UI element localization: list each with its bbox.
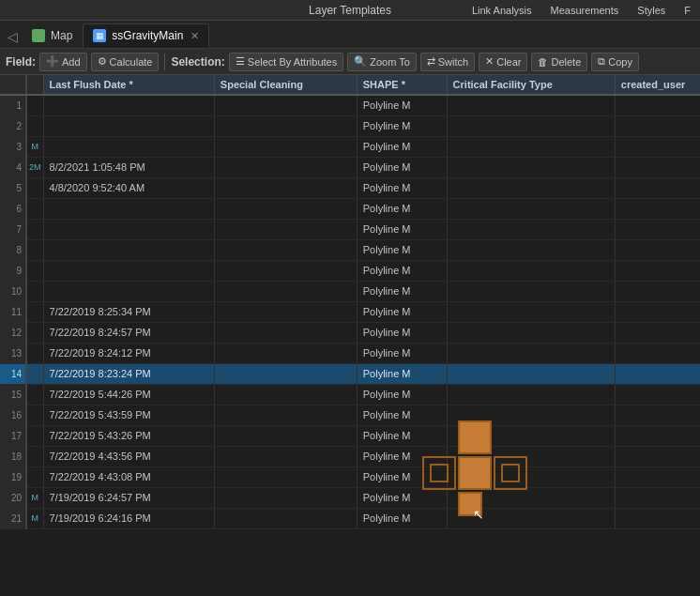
table-row[interactable]: 7 Polyline M xyxy=(0,219,700,239)
cell-marker: M xyxy=(26,508,43,528)
cell-shape: Polyline M xyxy=(357,301,447,322)
table-row[interactable]: 4 2M 8/2/2021 1:05:48 PM Polyline M xyxy=(0,157,700,177)
table-row[interactable]: 8 Polyline M xyxy=(0,239,700,260)
zoom-to-label: Zoom To xyxy=(370,56,410,68)
tab-map[interactable]: Map xyxy=(22,23,83,48)
cell-created-user xyxy=(615,115,700,136)
table-row[interactable]: 10 Polyline M xyxy=(0,281,700,301)
cell-critical-facility xyxy=(447,115,615,136)
cell-last-flush: 7/22/2019 8:24:12 PM xyxy=(43,343,214,363)
select-by-attributes-button[interactable]: ☰ Select By Attributes xyxy=(229,53,343,71)
data-table: Last Flush Date * Special Cleaning SHAPE… xyxy=(0,75,700,529)
header-last-flush[interactable]: Last Flush Date * xyxy=(43,75,214,95)
map-tab-label: Map xyxy=(51,29,72,42)
table-row[interactable]: 5 4/8/2020 9:52:40 AM Polyline M xyxy=(0,177,700,198)
table-row[interactable]: 3 M Polyline M xyxy=(0,136,700,157)
switch-button[interactable]: ⇄ Switch xyxy=(420,53,475,71)
popup-outline-right[interactable] xyxy=(494,456,527,490)
table-row[interactable]: 2 Polyline M xyxy=(0,115,700,136)
popup-solid-small[interactable]: ↖ xyxy=(458,492,482,516)
cell-last-flush: 7/22/2019 5:44:26 PM xyxy=(43,384,214,405)
styles-link[interactable]: Styles xyxy=(637,5,665,16)
cell-row-num: 8 xyxy=(0,239,26,260)
cell-row-num: 9 xyxy=(0,260,26,281)
calculate-button[interactable]: ⚙ Calculate xyxy=(91,53,160,71)
cell-special-cleaning xyxy=(214,95,357,115)
cell-last-flush: 7/22/2019 4:43:56 PM xyxy=(43,446,214,466)
delete-button[interactable]: 🗑 Delete xyxy=(531,53,587,71)
header-critical-facility[interactable]: Critical Facility Type xyxy=(447,75,615,95)
table-row[interactable]: 20 M 7/19/2019 6:24:57 PM Polyline M xyxy=(0,487,700,508)
cell-last-flush: 7/22/2019 8:25:34 PM xyxy=(43,301,214,322)
cell-last-flush xyxy=(43,95,214,115)
cell-special-cleaning xyxy=(214,219,357,239)
attribute-table: Last Flush Date * Special Cleaning SHAPE… xyxy=(0,75,700,596)
cell-critical-facility xyxy=(447,281,615,301)
cell-special-cleaning xyxy=(214,425,357,446)
cell-row-num: 4 xyxy=(0,157,26,177)
cell-shape: Polyline M xyxy=(357,95,447,115)
extra-link[interactable]: F xyxy=(684,5,691,16)
cell-marker: 2M xyxy=(26,157,43,177)
table-row[interactable]: 18 7/22/2019 4:43:56 PM Polyline M xyxy=(0,446,700,466)
select-attr-icon: ☰ xyxy=(236,55,245,68)
cell-special-cleaning xyxy=(214,260,357,281)
link-analysis-link[interactable]: Link Analysis xyxy=(472,5,532,16)
cell-special-cleaning xyxy=(214,136,357,157)
cell-row-num: 16 xyxy=(0,405,26,425)
tab-left-arrow[interactable]: ◁ xyxy=(8,29,18,44)
copy-button[interactable]: ⧉ Copy xyxy=(591,53,639,71)
cell-marker: M xyxy=(26,487,43,508)
table-row[interactable]: 13 7/22/2019 8:24:12 PM Polyline M xyxy=(0,343,700,363)
tab-bar: ◁ Map ▦ ssGravityMain ✕ xyxy=(0,21,700,49)
tab-close-button[interactable]: ✕ xyxy=(190,30,199,42)
zoom-to-button[interactable]: 🔍 Zoom To xyxy=(347,53,417,71)
header-special-cleaning[interactable]: Special Cleaning xyxy=(214,75,357,95)
popup-outline-left[interactable] xyxy=(422,456,456,490)
shape-selector-popup[interactable]: ↖ xyxy=(422,420,527,526)
header-row-num xyxy=(0,75,26,95)
clear-button[interactable]: ✕ Clear xyxy=(479,53,527,71)
field-label: Field: xyxy=(6,55,36,69)
cell-marker xyxy=(26,301,43,322)
table-row[interactable]: 6 Polyline M xyxy=(0,198,700,219)
cell-created-user xyxy=(615,508,700,528)
table-row[interactable]: 16 7/22/2019 5:43:59 PM Polyline M xyxy=(0,405,700,425)
cell-shape: Polyline M xyxy=(357,177,447,198)
table-row[interactable]: 17 7/22/2019 5:43:26 PM Polyline M xyxy=(0,425,700,446)
cell-special-cleaning xyxy=(214,239,357,260)
cell-critical-facility xyxy=(447,260,615,281)
cell-special-cleaning xyxy=(214,405,357,425)
cell-last-flush xyxy=(43,136,214,157)
table-row[interactable]: 12 7/22/2019 8:24:57 PM Polyline M xyxy=(0,322,700,343)
table-row[interactable]: 19 7/22/2019 4:43:08 PM Polyline M xyxy=(0,466,700,487)
cell-created-user xyxy=(615,95,700,115)
cell-shape: Polyline M xyxy=(357,363,447,384)
cell-shape: Polyline M xyxy=(357,239,447,260)
cell-marker xyxy=(26,95,43,115)
table-row[interactable]: 11 7/22/2019 8:25:34 PM Polyline M xyxy=(0,301,700,322)
popup-solid-1[interactable] xyxy=(458,420,492,454)
cell-marker xyxy=(26,219,43,239)
cell-last-flush: 4/8/2020 9:52:40 AM xyxy=(43,177,214,198)
cell-marker xyxy=(26,363,43,384)
table-row[interactable]: 15 7/22/2019 5:44:26 PM Polyline M xyxy=(0,384,700,405)
table-row[interactable]: 14 7/22/2019 8:23:24 PM Polyline M xyxy=(0,363,700,384)
measurements-link[interactable]: Measurements xyxy=(551,5,619,16)
cell-special-cleaning xyxy=(214,466,357,487)
popup-solid-2[interactable] xyxy=(458,456,492,490)
cell-created-user xyxy=(615,384,700,405)
cell-row-num: 3 xyxy=(0,136,26,157)
cell-last-flush xyxy=(43,219,214,239)
cell-last-flush: 7/22/2019 8:24:57 PM xyxy=(43,322,214,343)
header-created-user[interactable]: created_user xyxy=(615,75,700,95)
table-row[interactable]: 9 Polyline M xyxy=(0,260,700,281)
cell-row-num: 6 xyxy=(0,198,26,219)
table-row[interactable]: 21 M 7/19/2019 6:24:16 PM Polyline M xyxy=(0,508,700,528)
tab-ssgravitymain[interactable]: ▦ ssGravityMain ✕ xyxy=(83,23,209,48)
add-button[interactable]: ➕ Add xyxy=(39,53,87,71)
header-shape[interactable]: SHAPE * xyxy=(357,75,447,95)
cell-created-user xyxy=(615,198,700,219)
table-row[interactable]: 1 Polyline M xyxy=(0,95,700,115)
calculate-icon: ⚙ xyxy=(98,55,107,68)
